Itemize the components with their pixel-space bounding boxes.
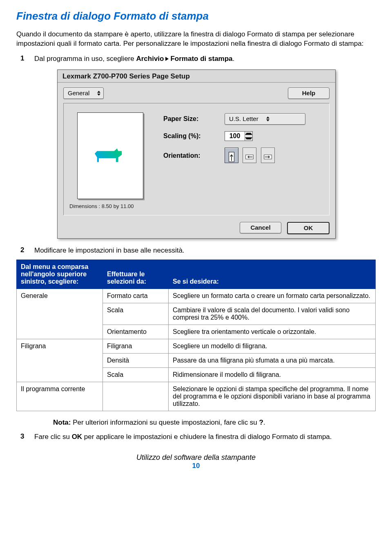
cancel-button[interactable]: Cancel bbox=[240, 222, 281, 233]
landscape-left-icon bbox=[245, 151, 254, 163]
table-cell: Scala bbox=[103, 367, 169, 382]
general-dropdown[interactable]: General bbox=[63, 87, 104, 99]
step-1-text: Dal programma in uso, scegliere Archivio… bbox=[34, 54, 234, 64]
note-questionmark: ? bbox=[259, 419, 263, 426]
table-cell: Ridimensionare il modello di filigrana. bbox=[169, 367, 376, 382]
table-cell: Orientamento bbox=[103, 325, 169, 339]
footer-title: Utilizzo del software della stampante bbox=[16, 453, 376, 462]
table-cell: Selezionare le opzioni di stampa specifi… bbox=[169, 382, 376, 411]
note-end: . bbox=[263, 419, 265, 426]
table-cell: Filigrana bbox=[17, 339, 103, 382]
orientation-landscape-left-button[interactable] bbox=[243, 148, 256, 163]
ok-button[interactable]: OK bbox=[287, 222, 330, 234]
table-cell: Generale bbox=[17, 289, 103, 339]
table-cell: Formato carta bbox=[103, 289, 169, 303]
table-cell: Scegliere tra orientamento verticale o o… bbox=[169, 325, 376, 339]
landscape-right-icon bbox=[263, 151, 272, 163]
table-cell: Passare da una filigrana più sfumata a u… bbox=[169, 353, 376, 367]
orientation-landscape-right-button[interactable] bbox=[261, 148, 275, 163]
table-cell: Cambiare il valore di scala del document… bbox=[169, 303, 376, 325]
intro-paragraph: Quando il documento da stampare è aperto… bbox=[16, 30, 376, 49]
scaling-value: 100 bbox=[225, 132, 245, 141]
step-3-text: Fare clic su OK per applicare le imposta… bbox=[34, 432, 332, 442]
step-3-number: 3 bbox=[16, 432, 34, 442]
scaling-label: Scaling (%): bbox=[163, 132, 225, 140]
dialog-title: Lexmark Z700-P700 Series Page Setup bbox=[62, 72, 190, 80]
updown-icon bbox=[97, 91, 101, 96]
table-header-1: Dal menu a comparsa nell'angolo superior… bbox=[17, 260, 103, 289]
orientation-label: Orientation: bbox=[163, 152, 225, 159]
dimensions-text: Dimensions : 8.50 by 11.00 bbox=[69, 203, 151, 209]
step-2-number: 2 bbox=[16, 246, 34, 255]
page-preview bbox=[77, 112, 143, 199]
table-cell bbox=[103, 382, 169, 411]
settings-table: Dal menu a comparsa nell'angolo superior… bbox=[16, 260, 376, 411]
spinner-up-icon bbox=[245, 133, 252, 135]
table-cell: Il programma corrente bbox=[17, 382, 103, 411]
footer-page-number: 10 bbox=[16, 462, 376, 470]
step3-suffix: per applicare le impostazioni e chiudere… bbox=[82, 433, 332, 441]
step1-menu-formato: Formato di stampa bbox=[170, 55, 232, 63]
step-1-number: 1 bbox=[16, 54, 34, 64]
spinner-down-icon bbox=[245, 137, 252, 139]
table-header-3: Se si desidera: bbox=[169, 260, 376, 289]
scaling-spinner[interactable] bbox=[245, 132, 252, 141]
step3-ok: OK bbox=[72, 433, 82, 441]
table-cell: Scegliere un modello di filigrana. bbox=[169, 339, 376, 353]
table-cell: Filigrana bbox=[103, 339, 169, 353]
general-dropdown-value: General bbox=[68, 90, 89, 96]
page-title: Finestra di dialogo Formato di stampa bbox=[16, 10, 376, 22]
page-setup-dialog-screenshot: Lexmark Z700-P700 Series Page Setup Gene… bbox=[57, 69, 376, 239]
step3-prefix: Fare clic su bbox=[34, 433, 72, 441]
table-row: Filigrana Filigrana Scegliere un modello… bbox=[17, 339, 376, 353]
papersize-value: U.S. Letter bbox=[229, 115, 258, 122]
step1-prefix: Dal programma in uso, scegliere bbox=[34, 55, 136, 63]
table-cell: Scala bbox=[103, 303, 169, 325]
table-row: Generale Formato carta Scegliere un form… bbox=[17, 289, 376, 303]
menu-arrow-icon bbox=[165, 57, 169, 61]
papersize-dropdown[interactable]: U.S. Letter bbox=[225, 113, 305, 125]
note-text: Per ulteriori informazioni su queste imp… bbox=[71, 419, 259, 426]
table-cell: Scegliere un formato carta o creare un f… bbox=[169, 289, 376, 303]
help-button[interactable]: Help bbox=[288, 87, 330, 99]
papersize-label: Paper Size: bbox=[163, 115, 225, 123]
orientation-portrait-button[interactable] bbox=[225, 148, 238, 163]
table-row: Il programma corrente Selezionare le opz… bbox=[17, 382, 376, 411]
step1-menu-archivio: Archivio bbox=[136, 55, 164, 63]
step-2-text: Modificare le impostazioni in base alle … bbox=[34, 246, 185, 255]
note-line: Nota: Per ulteriori informazioni su ques… bbox=[53, 419, 376, 427]
table-header-2: Effettuare le selezioni da: bbox=[103, 260, 169, 289]
portrait-icon bbox=[227, 151, 236, 163]
updown-icon bbox=[266, 116, 270, 121]
preview-dog-icon bbox=[95, 145, 124, 166]
step1-suffix: . bbox=[233, 55, 235, 63]
note-label: Nota: bbox=[53, 419, 71, 426]
table-cell: Densità bbox=[103, 353, 169, 367]
scaling-input[interactable]: 100 bbox=[225, 131, 253, 141]
